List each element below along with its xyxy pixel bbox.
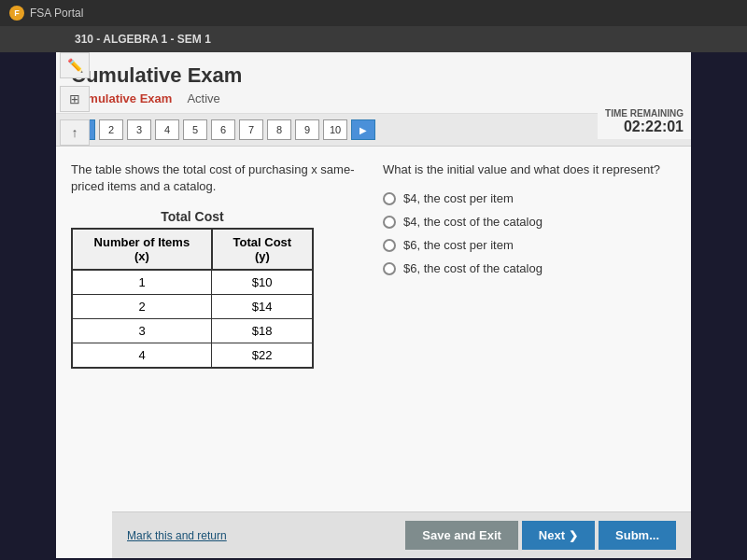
table-cell-y: $22 (212, 343, 313, 369)
table-cell-y: $14 (212, 295, 313, 319)
cost-table: Number of Items(x) Total Cost(y) 1 $10 2… (71, 228, 314, 369)
question-nav-btn-8[interactable]: 8 (267, 119, 291, 140)
answer-choice-1[interactable]: $4, the cost per item (383, 191, 676, 205)
question-nav-btn-10[interactable]: 10 (323, 119, 347, 140)
question-nav-btn-6[interactable]: 6 (211, 119, 235, 140)
question-nav-btn-3[interactable]: 3 (127, 119, 151, 140)
save-exit-button[interactable]: Save and Exit (405, 521, 518, 550)
bottom-buttons: Save and Exit Next ❯ Subm... (405, 521, 676, 550)
browser-top-bar: F FSA Portal (0, 0, 747, 26)
question-nav-bar: 1 2 3 4 5 6 7 8 9 10 ▶ (56, 114, 691, 147)
fsa-portal-icon: F (9, 6, 24, 21)
table-cell-y: $18 (212, 319, 313, 343)
timer-value: 02:22:01 (605, 119, 684, 135)
question-nav-btn-4[interactable]: 4 (155, 119, 179, 140)
answer-label-2: $4, the cost of the catalog (403, 215, 543, 229)
reference-icon[interactable]: ↑ (60, 119, 90, 146)
radio-2[interactable] (383, 216, 396, 229)
question-text: The table shows the total cost of purcha… (71, 161, 364, 195)
exam-header: Cumulative Exam Cumulative Exam Active (56, 52, 691, 114)
answer-label-4: $6, the cost of the catalog (403, 261, 543, 275)
answer-label-3: $6, the cost per item (403, 238, 514, 252)
data-table-container: Total Cost Number of Items(x) Total Cost… (71, 209, 314, 369)
table-row: 1 $10 (72, 270, 313, 295)
bottom-bar: Mark this and return Save and Exit Next … (112, 511, 691, 558)
answer-question-text: What is the initial value and what does … (383, 161, 676, 178)
next-button[interactable]: Next ❯ (522, 521, 595, 550)
table-header-x: Number of Items(x) (72, 229, 212, 270)
side-icons-panel: ✏️ ⊞ ↑ (56, 52, 93, 146)
browser-tab-title: FSA Portal (30, 7, 83, 20)
exam-title: Cumulative Exam (71, 63, 676, 88)
question-nav-btn-9[interactable]: 9 (295, 119, 319, 140)
course-label: 310 - ALGEBRA 1 - SEM 1 (75, 33, 211, 46)
table-title: Total Cost (71, 209, 314, 224)
radio-3[interactable] (383, 239, 396, 252)
radio-4[interactable] (383, 262, 396, 275)
question-left-panel: The table shows the total cost of purcha… (71, 161, 364, 543)
next-label: Next (539, 528, 565, 542)
table-cell-x: 2 (72, 295, 212, 319)
main-content: Cumulative Exam Cumulative Exam Active T… (56, 52, 691, 558)
answer-choice-3[interactable]: $6, the cost per item (383, 238, 676, 252)
question-area: The table shows the total cost of purcha… (56, 147, 691, 558)
table-header-y: Total Cost(y) (212, 229, 313, 270)
question-nav-btn-5[interactable]: 5 (183, 119, 207, 140)
question-nav-next-arrow[interactable]: ▶ (351, 119, 375, 140)
edit-icon[interactable]: ✏️ (60, 52, 90, 78)
timer-area: TIME REMAINING 02:22:01 (598, 105, 691, 139)
table-cell-x: 1 (72, 270, 212, 295)
table-cell-x: 3 (72, 319, 212, 343)
answer-choice-2[interactable]: $4, the cost of the catalog (383, 215, 676, 229)
next-chevron-icon: ❯ (569, 529, 578, 542)
question-nav-btn-7[interactable]: 7 (239, 119, 263, 140)
table-row: 2 $14 (72, 295, 313, 319)
timer-label: TIME REMAINING (605, 108, 684, 119)
calculator-icon[interactable]: ⊞ (60, 86, 90, 112)
table-cell-x: 4 (72, 343, 212, 369)
radio-1[interactable] (383, 192, 396, 205)
mark-return-link[interactable]: Mark this and return (127, 529, 227, 542)
answer-label-1: $4, the cost per item (403, 191, 514, 205)
question-nav-btn-2[interactable]: 2 (99, 119, 123, 140)
question-right-panel: What is the initial value and what does … (383, 161, 676, 543)
answer-choice-4[interactable]: $6, the cost of the catalog (383, 261, 676, 275)
table-row: 3 $18 (72, 319, 313, 343)
table-cell-y: $10 (212, 270, 313, 295)
exam-subtitle-row: Cumulative Exam Active (71, 91, 676, 105)
submit-button[interactable]: Subm... (599, 521, 676, 550)
exam-status: Active (187, 91, 219, 105)
table-row: 4 $22 (72, 343, 313, 369)
course-bar: 310 - ALGEBRA 1 - SEM 1 (0, 26, 747, 52)
